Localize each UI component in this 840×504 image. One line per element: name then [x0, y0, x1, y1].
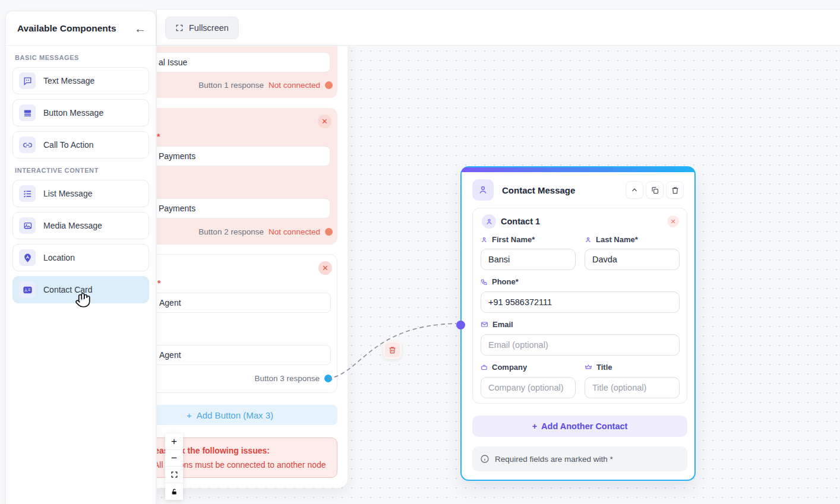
info-icon	[480, 454, 490, 464]
last-name-input[interactable]	[585, 249, 680, 270]
zoom-in-button[interactable]: +	[165, 433, 183, 450]
fit-view-button[interactable]	[165, 467, 183, 483]
zoom-out-button[interactable]: −	[165, 450, 183, 467]
button-3-section: ✕ * Button 3 response	[157, 254, 337, 393]
sidebar-item-contact-card[interactable]: Contact Card	[12, 276, 149, 303]
response-label: Button 2 response	[198, 227, 264, 236]
media-message-icon	[19, 217, 36, 234]
button-3-response-row: Button 3 response	[254, 374, 332, 383]
contact-node-header: Contact Message	[472, 179, 684, 201]
phone-icon	[481, 278, 488, 286]
contact-avatar	[482, 214, 496, 229]
fit-view-icon	[170, 471, 178, 478]
canvas-toolbar: Fullscreen	[156, 9, 840, 46]
duplicate-node-button[interactable]	[646, 181, 664, 199]
connection-status: Not connected	[269, 227, 320, 236]
first-name-input[interactable]	[481, 249, 576, 270]
lock-open-icon	[170, 488, 178, 496]
connection-status: Not connected	[269, 81, 320, 90]
button-2-description-input[interactable]	[157, 198, 330, 218]
plus-icon: +	[187, 410, 192, 420]
fullscreen-button[interactable]: Fullscreen	[165, 17, 239, 39]
company-label: Company	[481, 363, 527, 372]
plus-icon: +	[532, 421, 537, 431]
section-label-interactive-content: INTERACTIVE CONTENT	[15, 167, 156, 174]
person-icon	[585, 236, 592, 243]
sidebar-item-call-to-action[interactable]: Call To Action	[12, 131, 149, 159]
list-message-icon	[19, 185, 36, 202]
sidebar-item-text-message[interactable]: Text Message	[12, 67, 149, 94]
collapse-panel-button[interactable]: ←	[134, 23, 146, 34]
copy-icon	[650, 186, 659, 195]
sidebar-item-button-message[interactable]: Button Message	[12, 99, 149, 126]
location-icon	[19, 249, 36, 266]
connection-handle[interactable]	[325, 81, 333, 89]
button-2-response-row: Button 2 response Not connected	[198, 227, 333, 236]
panel-title: Available Components	[17, 23, 134, 34]
email-label: Email	[481, 320, 513, 329]
phone-input[interactable]	[481, 291, 680, 313]
company-input[interactable]	[481, 377, 576, 398]
delete-node-button[interactable]	[666, 181, 684, 199]
validation-error-box: Please fix the following issues: All but…	[157, 438, 337, 478]
button-1-response-row: Button 1 response Not connected	[198, 81, 333, 90]
add-button-max3-button[interactable]: + Add Button (Max 3)	[157, 405, 337, 425]
connection-handle[interactable]	[325, 228, 333, 236]
button-2-title-input[interactable]	[157, 146, 330, 166]
remove-contact-icon[interactable]: ✕	[667, 215, 679, 227]
button-message-icon	[19, 104, 36, 121]
node-title: Contact Message	[502, 185, 623, 195]
contact-card-icon	[19, 281, 36, 298]
email-input[interactable]	[481, 334, 680, 356]
sidebar-item-list-message[interactable]: List Message	[12, 180, 149, 207]
button-1-title-input[interactable]	[157, 52, 330, 72]
sidebar-item-location[interactable]: Location	[12, 244, 149, 271]
phone-label: Phone*	[481, 277, 519, 286]
title-label: Title	[585, 363, 612, 372]
response-label: Button 3 response	[254, 374, 320, 383]
first-name-label: First Name*	[481, 235, 535, 244]
trash-icon	[671, 186, 680, 195]
collapse-node-button[interactable]	[626, 181, 643, 199]
contact-message-node[interactable]: Contact Message Contact 1 ✕ First Name*	[460, 166, 696, 481]
mail-icon	[481, 321, 488, 328]
contact-card-title: Contact 1	[501, 217, 540, 226]
fullscreen-icon	[175, 24, 184, 32]
button-message-node[interactable]: Button 1 response Not connected ✕ * Butt…	[157, 46, 348, 488]
call-to-action-icon	[19, 137, 36, 153]
person-icon	[481, 236, 488, 243]
target-handle[interactable]	[456, 321, 465, 329]
person-icon	[478, 185, 488, 195]
sidebar-item-media-message[interactable]: Media Message	[12, 212, 149, 239]
connection-handle-connected[interactable]	[324, 375, 332, 382]
briefcase-icon	[481, 364, 488, 371]
contact-avatar	[472, 179, 494, 201]
node-gradient-bar	[462, 167, 694, 172]
canvas-controls: + −	[165, 433, 183, 500]
trash-icon	[388, 345, 397, 354]
remove-button-icon[interactable]: ✕	[318, 115, 331, 128]
required-fields-note: Required fields are marked with *	[472, 446, 687, 471]
required-asterisk: *	[157, 132, 160, 141]
section-label-basic-messages: BASIC MESSAGES	[15, 54, 156, 61]
person-icon	[485, 218, 493, 226]
available-components-panel: Available Components ← BASIC MESSAGES Te…	[5, 11, 156, 504]
text-message-icon	[19, 72, 36, 89]
button-1-section: Button 1 response Not connected	[157, 46, 337, 98]
last-name-label: Last Name*	[585, 235, 638, 244]
response-label: Button 1 response	[198, 81, 264, 90]
button-3-title-input[interactable]	[157, 293, 331, 313]
sidebar-header: Available Components ←	[6, 11, 156, 46]
required-asterisk: *	[157, 278, 160, 288]
crown-icon	[585, 363, 592, 371]
add-another-contact-button[interactable]: + Add Another Contact	[472, 416, 687, 437]
lock-toggle-button[interactable]	[165, 483, 183, 500]
contact-1-card: Contact 1 ✕ First Name* Last Name* Phone…	[472, 208, 687, 404]
title-input[interactable]	[585, 377, 680, 398]
delete-edge-button[interactable]	[383, 341, 402, 359]
chevron-up-icon	[630, 186, 639, 194]
button-3-description-input[interactable]	[157, 345, 331, 365]
remove-button-icon[interactable]: ✕	[318, 261, 332, 275]
button-2-section: ✕ * Button 2 response Not connected	[157, 108, 337, 245]
flow-canvas[interactable]: Button 1 response Not connected ✕ * Butt…	[157, 46, 840, 504]
